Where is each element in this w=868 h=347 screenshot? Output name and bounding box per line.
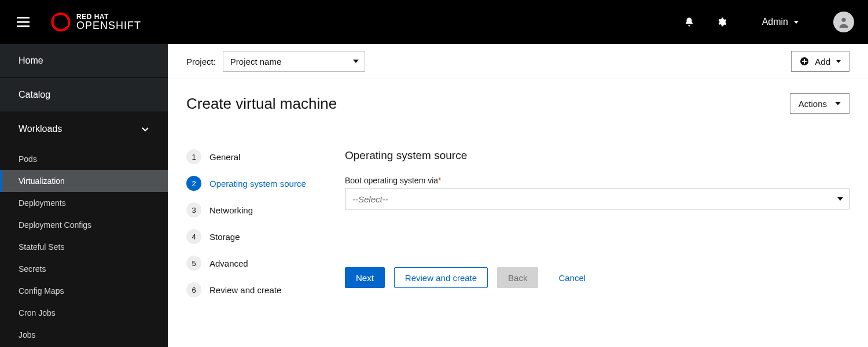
boot-os-select-value: --Select-- [352, 194, 388, 204]
wizard-step-general[interactable]: 1 General [186, 149, 317, 164]
user-icon [837, 16, 850, 28]
wizard-step-advanced[interactable]: 5 Advanced [186, 256, 317, 271]
brand-line2: OPENSHIFT [76, 20, 141, 31]
sidebar-item-label: Pods [19, 154, 37, 164]
sidebar-item-home[interactable]: Home [0, 44, 168, 78]
masthead-tools: Admin [683, 12, 854, 32]
project-label: Project: [186, 57, 216, 67]
wizard-step-number: 1 [186, 149, 201, 164]
sidebar-item-label: Virtualization [19, 176, 65, 186]
chevron-down-icon [141, 125, 149, 133]
sidebar-item-label: Cron Jobs [19, 308, 56, 318]
actions-button-label: Actions [799, 99, 827, 109]
bell-icon [684, 17, 694, 27]
masthead: RED HAT OPENSHIFT Admin [0, 0, 868, 44]
sidebar-item-label: Deployment Configs [19, 220, 91, 230]
sidebar-item-jobs[interactable]: Jobs [0, 324, 168, 346]
wizard-step-number: 4 [186, 229, 201, 244]
review-create-button[interactable]: Review and create [394, 267, 488, 288]
sidebar-item-deployments[interactable]: Deployments [0, 192, 168, 214]
back-button-label: Back [508, 273, 527, 283]
svg-point-4 [841, 18, 845, 22]
boot-os-label-text: Boot operating system via [345, 176, 438, 185]
actions-button[interactable]: Actions [790, 93, 849, 114]
caret-down-icon [835, 102, 841, 105]
wizard-step-networking[interactable]: 3 Networking [186, 202, 317, 217]
wizard-step-label: Networking [209, 205, 253, 215]
user-menu-button[interactable]: Admin [762, 17, 799, 27]
sidebar-item-catalog[interactable]: Catalog [0, 78, 168, 112]
caret-down-icon [837, 197, 843, 201]
wizard-step-number: 2 [186, 176, 201, 191]
settings-button[interactable] [716, 16, 727, 28]
nav-toggle-button[interactable] [9, 8, 37, 36]
page-title: Create virtual machine [186, 95, 790, 113]
wizard-button-row: Next Review and create Back Cancel [345, 267, 849, 288]
sidebar: Home Catalog Workloads Pods Virtualizati… [0, 44, 168, 347]
notifications-button[interactable] [683, 16, 695, 28]
wizard: 1 General 2 Operating system source 3 Ne… [168, 131, 868, 316]
form-pane: Operating system source Boot operating s… [345, 149, 849, 297]
brand[interactable]: RED HAT OPENSHIFT [51, 12, 141, 32]
project-select[interactable]: Project name [223, 51, 365, 72]
sidebar-workloads-list: Pods Virtualization Deployments Deployme… [0, 146, 168, 347]
review-create-button-label: Review and create [405, 273, 477, 283]
wizard-step-review[interactable]: 6 Review and create [186, 282, 317, 297]
sidebar-item-secrets[interactable]: Secrets [0, 258, 168, 280]
wizard-step-os-source[interactable]: 2 Operating system source [186, 176, 317, 191]
sidebar-item-config-maps[interactable]: Config Maps [0, 280, 168, 302]
cancel-button-label: Cancel [558, 273, 586, 283]
wizard-step-number: 6 [186, 282, 201, 297]
main-content: Project: Project name Add Create virtual… [168, 44, 868, 347]
sidebar-item-label: Workloads [19, 124, 62, 134]
svg-rect-2 [17, 25, 30, 27]
gear-icon [716, 17, 727, 27]
wizard-step-storage[interactable]: 4 Storage [186, 229, 317, 244]
wizard-step-number: 5 [186, 256, 201, 271]
next-button[interactable]: Next [345, 267, 385, 288]
project-select-value: Project name [230, 57, 281, 67]
sidebar-item-label: Stateful Sets [19, 242, 64, 252]
wizard-step-label: Review and create [209, 285, 281, 295]
boot-os-select[interactable]: --Select-- [345, 189, 849, 209]
wizard-step-number: 3 [186, 202, 201, 217]
project-toolbar: Project: Project name Add [168, 44, 868, 79]
cancel-button[interactable]: Cancel [547, 267, 597, 288]
wizard-step-label: Operating system source [209, 179, 306, 189]
boot-os-label: Boot operating system via* [345, 176, 849, 185]
chevron-down-icon [794, 21, 799, 24]
user-menu-label: Admin [762, 17, 788, 27]
sidebar-item-label: Secrets [19, 264, 46, 274]
sidebar-item-deployment-configs[interactable]: Deployment Configs [0, 214, 168, 236]
caret-down-icon [836, 60, 841, 63]
next-button-label: Next [356, 273, 374, 283]
add-button[interactable]: Add [791, 51, 849, 72]
sidebar-item-label: Jobs [19, 330, 36, 339]
plus-circle-icon [800, 57, 809, 66]
page-header: Create virtual machine Actions [168, 79, 868, 131]
sidebar-item-label: Deployments [19, 198, 66, 208]
sidebar-item-stateful-sets[interactable]: Stateful Sets [0, 236, 168, 258]
svg-rect-7 [802, 61, 807, 62]
caret-down-icon [353, 60, 359, 63]
sidebar-item-cron-jobs[interactable]: Cron Jobs [0, 302, 168, 324]
hamburger-icon [17, 17, 30, 27]
svg-rect-1 [17, 21, 30, 23]
add-button-label: Add [815, 57, 830, 67]
sidebar-item-virtualization[interactable]: Virtualization [0, 170, 168, 192]
wizard-step-label: General [209, 152, 240, 162]
avatar[interactable] [833, 12, 854, 32]
wizard-step-label: Storage [209, 232, 240, 242]
wizard-step-label: Advanced [209, 259, 248, 268]
wizard-steps: 1 General 2 Operating system source 3 Ne… [186, 149, 317, 297]
back-button[interactable]: Back [497, 267, 538, 288]
brand-text: RED HAT OPENSHIFT [76, 13, 141, 31]
svg-rect-0 [17, 17, 30, 19]
required-asterisk: * [438, 176, 441, 185]
sidebar-item-label: Config Maps [19, 286, 64, 296]
sidebar-item-pods[interactable]: Pods [0, 148, 168, 170]
sidebar-item-workloads[interactable]: Workloads [0, 112, 168, 146]
form-section-title: Operating system source [345, 149, 849, 162]
redhat-logo-icon [51, 12, 71, 32]
sidebar-item-label: Home [19, 56, 43, 66]
